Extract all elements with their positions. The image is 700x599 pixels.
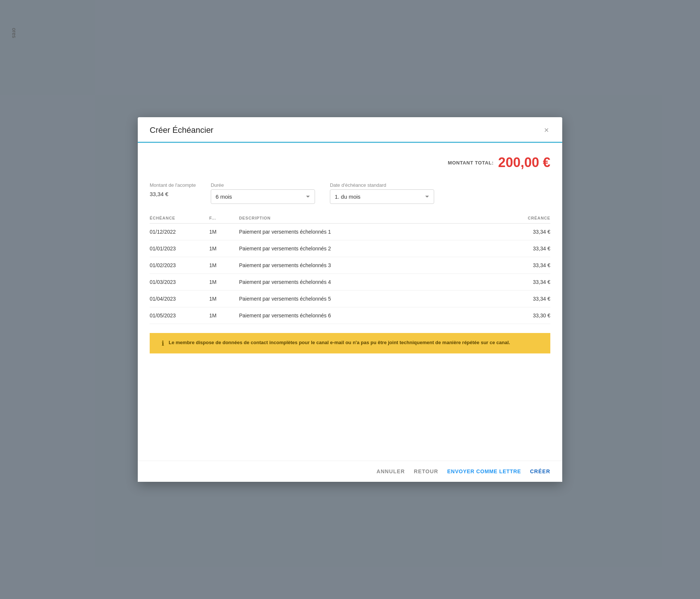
- warning-banner: ℹ Le membre dispose de données de contac…: [150, 333, 550, 353]
- annuler-button[interactable]: ANNULER: [376, 468, 405, 474]
- warning-icon: ℹ: [162, 339, 164, 347]
- modal-footer: ANNULER RETOUR ENVOYER COMME LETTRE CRÉE…: [138, 461, 562, 482]
- cell-description-5: Paiement par versements échelonnés 5: [239, 296, 491, 302]
- duree-label: Durée: [211, 182, 315, 188]
- form-row: Montant de l'acompte 33,34 € Durée 6 moi…: [150, 182, 550, 204]
- table-row: 01/05/2023 1M Paiement par versements éc…: [150, 307, 550, 324]
- modal-header: Créer Échéancier ×: [138, 117, 562, 143]
- cell-echeance-6: 01/05/2023: [150, 313, 209, 318]
- duree-select[interactable]: 6 mois 1 mois 2 mois 3 mois 4 mois 5 moi…: [211, 189, 315, 204]
- warning-text: Le membre dispose de données de contact …: [169, 339, 510, 346]
- date-echeance-group: Date d'échéance standard 1. du mois 5. d…: [330, 182, 434, 204]
- cell-description-6: Paiement par versements échelonnés 6: [239, 313, 491, 318]
- envoyer-button[interactable]: ENVOYER COMME LETTRE: [447, 468, 521, 474]
- date-echeance-label: Date d'échéance standard: [330, 182, 434, 188]
- table-row: 01/03/2023 1M Paiement par versements éc…: [150, 274, 550, 291]
- table-row: 01/12/2022 1M Paiement par versements éc…: [150, 224, 550, 240]
- cell-description-4: Paiement par versements échelonnés 4: [239, 279, 491, 285]
- cell-f-4: 1M: [209, 279, 239, 285]
- col-header-description: DESCRIPTION: [239, 216, 491, 220]
- table-row: 01/04/2023 1M Paiement par versements éc…: [150, 291, 550, 307]
- modal-title: Créer Échéancier: [150, 125, 213, 135]
- modal-body: MONTANT TOTAL: 200,00 € Montant de l'aco…: [138, 143, 562, 461]
- table-header: ÉCHÉANCE F... DESCRIPTION CRÉANCE: [150, 216, 550, 224]
- cell-creance-4: 33,34 €: [491, 279, 550, 285]
- total-label: MONTANT TOTAL:: [448, 160, 494, 166]
- col-header-creance: CRÉANCE: [491, 216, 550, 220]
- cell-creance-2: 33,34 €: [491, 246, 550, 252]
- table-section: ÉCHÉANCE F... DESCRIPTION CRÉANCE 01/12/…: [150, 216, 550, 324]
- cell-creance-3: 33,34 €: [491, 262, 550, 268]
- table-row: 01/02/2023 1M Paiement par versements éc…: [150, 257, 550, 274]
- cell-echeance-5: 01/04/2023: [150, 296, 209, 302]
- date-echeance-select[interactable]: 1. du mois 5. du mois 10. du mois 15. du…: [330, 189, 434, 204]
- retour-button[interactable]: RETOUR: [414, 468, 438, 474]
- modal-dialog: Créer Échéancier × MONTANT TOTAL: 200,00…: [138, 117, 562, 482]
- cell-echeance-2: 01/01/2023: [150, 246, 209, 252]
- cell-description-1: Paiement par versements échelonnés 1: [239, 229, 491, 235]
- cell-f-2: 1M: [209, 246, 239, 252]
- cell-f-3: 1M: [209, 262, 239, 268]
- cell-description-2: Paiement par versements échelonnés 2: [239, 246, 491, 252]
- col-header-f: F...: [209, 216, 239, 220]
- cell-creance-1: 33,34 €: [491, 229, 550, 235]
- total-amount: 200,00 €: [498, 155, 550, 170]
- cell-f-5: 1M: [209, 296, 239, 302]
- creer-button[interactable]: CRÉER: [530, 468, 550, 474]
- acompte-group: Montant de l'acompte 33,34 €: [150, 182, 196, 197]
- cell-echeance-4: 01/03/2023: [150, 279, 209, 285]
- cell-f-6: 1M: [209, 313, 239, 318]
- duree-group: Durée 6 mois 1 mois 2 mois 3 mois 4 mois…: [211, 182, 315, 204]
- total-row: MONTANT TOTAL: 200,00 €: [150, 155, 550, 170]
- acompte-label: Montant de l'acompte: [150, 182, 196, 188]
- cell-echeance-1: 01/12/2022: [150, 229, 209, 235]
- sidebar-text: ores: [0, 28, 17, 38]
- cell-f-1: 1M: [209, 229, 239, 235]
- table-row: 01/01/2023 1M Paiement par versements éc…: [150, 240, 550, 257]
- cell-description-3: Paiement par versements échelonnés 3: [239, 262, 491, 268]
- cell-echeance-3: 01/02/2023: [150, 262, 209, 268]
- cell-creance-6: 33,30 €: [491, 313, 550, 318]
- acompte-value: 33,34 €: [150, 189, 196, 197]
- col-header-echeance: ÉCHÉANCE: [150, 216, 209, 220]
- cell-creance-5: 33,34 €: [491, 296, 550, 302]
- close-button[interactable]: ×: [542, 125, 550, 136]
